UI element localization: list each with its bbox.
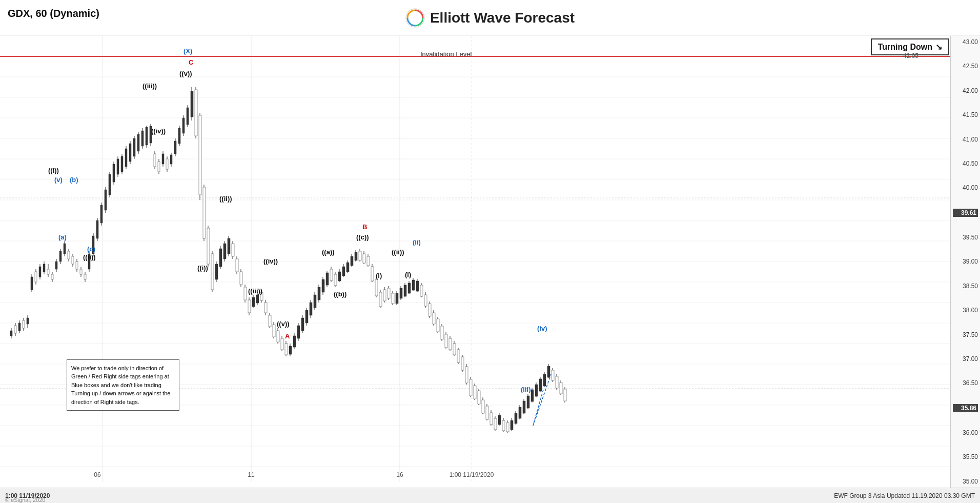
svg-rect-126 bbox=[207, 228, 210, 264]
svg-rect-62 bbox=[76, 261, 78, 269]
price-38: 38.00 bbox=[953, 307, 978, 314]
svg-rect-244 bbox=[449, 338, 452, 350]
wave-label-i1: ((i)) bbox=[48, 167, 59, 174]
svg-rect-272 bbox=[506, 422, 509, 432]
svg-rect-296 bbox=[556, 376, 558, 388]
svg-rect-82 bbox=[117, 159, 119, 174]
svg-rect-212 bbox=[383, 290, 386, 301]
svg-rect-258 bbox=[478, 391, 480, 404]
svg-rect-58 bbox=[68, 251, 70, 259]
svg-rect-108 bbox=[170, 155, 172, 164]
svg-rect-94 bbox=[141, 131, 144, 146]
svg-rect-38 bbox=[27, 318, 29, 324]
svg-rect-266 bbox=[494, 418, 497, 430]
svg-rect-84 bbox=[121, 156, 123, 172]
price-3550: 35.50 bbox=[953, 453, 978, 460]
svg-rect-256 bbox=[474, 386, 476, 399]
price-3586: 35.86 bbox=[953, 404, 978, 412]
svg-rect-232 bbox=[424, 295, 427, 306]
svg-rect-210 bbox=[379, 292, 382, 307]
wave-label-b2: ((b)) bbox=[334, 290, 346, 298]
wave-label-a2: ((a)) bbox=[322, 248, 335, 256]
svg-rect-168 bbox=[293, 336, 296, 347]
svg-rect-116 bbox=[187, 108, 189, 125]
svg-rect-180 bbox=[318, 287, 320, 300]
svg-rect-146 bbox=[248, 300, 251, 313]
svg-rect-208 bbox=[375, 279, 378, 296]
invalidation-price: 42.05 bbox=[903, 52, 918, 59]
svg-rect-30 bbox=[10, 331, 12, 336]
wave-label-c2: ((c)) bbox=[356, 233, 369, 241]
wave-label-iii3: ((iii)) bbox=[142, 82, 157, 90]
header: Elliott Wave Forecast bbox=[0, 0, 980, 36]
app-title: Elliott Wave Forecast bbox=[430, 10, 575, 26]
svg-rect-166 bbox=[289, 346, 292, 354]
svg-rect-178 bbox=[314, 295, 316, 308]
svg-rect-286 bbox=[535, 385, 538, 396]
svg-rect-138 bbox=[232, 244, 234, 256]
svg-rect-270 bbox=[502, 420, 505, 431]
svg-rect-222 bbox=[404, 285, 406, 296]
svg-rect-110 bbox=[174, 141, 176, 154]
svg-rect-148 bbox=[252, 297, 255, 307]
svg-rect-112 bbox=[178, 128, 180, 144]
svg-rect-124 bbox=[203, 187, 206, 238]
price-4150: 41.50 bbox=[953, 111, 978, 118]
svg-rect-260 bbox=[482, 400, 484, 413]
svg-rect-294 bbox=[552, 370, 554, 380]
svg-rect-102 bbox=[158, 162, 160, 172]
svg-rect-238 bbox=[437, 319, 439, 332]
svg-text:1:00  11/19/2020: 1:00 11/19/2020 bbox=[450, 471, 494, 478]
svg-rect-186 bbox=[330, 269, 333, 280]
svg-rect-164 bbox=[285, 344, 288, 355]
logo-area: Elliott Wave Forecast bbox=[405, 8, 575, 28]
svg-point-0 bbox=[406, 9, 424, 27]
svg-rect-158 bbox=[273, 325, 275, 337]
svg-rect-284 bbox=[531, 390, 534, 401]
svg-rect-44 bbox=[39, 267, 41, 277]
svg-rect-156 bbox=[269, 315, 271, 327]
price-40: 40.00 bbox=[953, 184, 978, 191]
svg-rect-242 bbox=[445, 334, 447, 348]
svg-rect-88 bbox=[129, 144, 131, 162]
svg-rect-198 bbox=[355, 252, 357, 260]
price-35: 35.00 bbox=[953, 478, 978, 485]
info-box: We prefer to trade only in direction of … bbox=[67, 359, 179, 411]
svg-rect-250 bbox=[461, 357, 464, 370]
svg-rect-282 bbox=[527, 396, 529, 408]
svg-rect-42 bbox=[35, 272, 37, 282]
svg-rect-194 bbox=[346, 263, 349, 272]
svg-rect-54 bbox=[59, 251, 62, 261]
price-36: 36.00 bbox=[953, 429, 978, 436]
price-3950: 39.50 bbox=[953, 234, 978, 241]
svg-rect-254 bbox=[469, 379, 472, 396]
wave-label-ii-r: ((ii)) bbox=[392, 248, 404, 256]
bottom-bar: © eSignal, 2020 1:00 11/19/2020 EWF Grou… bbox=[0, 488, 980, 503]
svg-rect-52 bbox=[55, 261, 57, 269]
svg-rect-140 bbox=[236, 259, 238, 272]
wave-label-c: (c) bbox=[87, 245, 95, 253]
svg-rect-174 bbox=[305, 310, 308, 323]
wave-label-iv-lo: ((iv)) bbox=[263, 257, 278, 265]
wave-label-C: C bbox=[189, 58, 193, 66]
svg-rect-132 bbox=[219, 249, 222, 267]
svg-rect-130 bbox=[215, 264, 218, 279]
wave-label-iii-r: (iii) bbox=[521, 386, 531, 393]
svg-rect-290 bbox=[543, 374, 546, 386]
svg-rect-182 bbox=[322, 279, 324, 292]
svg-rect-288 bbox=[539, 379, 542, 391]
chart-area: Invalidation Level bbox=[0, 36, 950, 488]
svg-rect-100 bbox=[154, 154, 156, 167]
svg-rect-234 bbox=[428, 304, 431, 316]
price-43: 43.00 bbox=[953, 38, 978, 46]
price-3850: 38.50 bbox=[953, 283, 978, 290]
wave-label-i-r: (i) bbox=[376, 272, 382, 279]
price-37: 37.00 bbox=[953, 355, 978, 363]
svg-rect-276 bbox=[515, 413, 517, 424]
svg-rect-92 bbox=[137, 134, 139, 151]
svg-rect-114 bbox=[182, 118, 185, 133]
wave-label-v-lo: ((v)) bbox=[277, 320, 290, 328]
svg-rect-50 bbox=[51, 274, 53, 279]
svg-rect-248 bbox=[457, 350, 460, 363]
svg-rect-192 bbox=[342, 267, 345, 276]
